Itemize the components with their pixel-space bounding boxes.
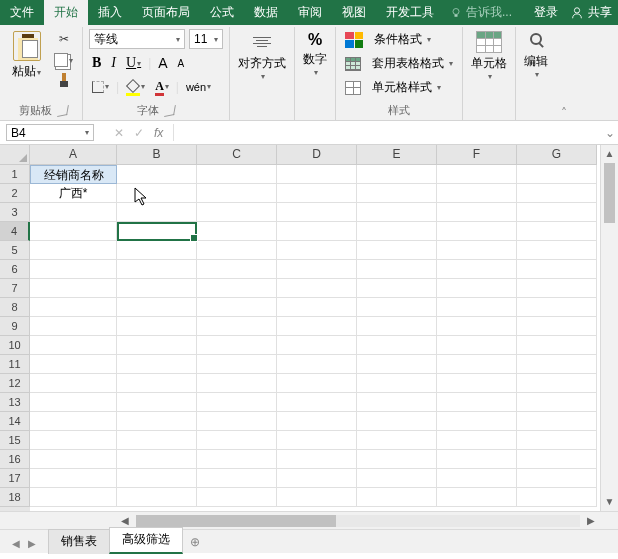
cell-E7[interactable] (357, 279, 437, 298)
cell-A17[interactable] (30, 469, 117, 488)
tab-insert[interactable]: 插入 (88, 0, 132, 25)
cell-B18[interactable] (117, 488, 197, 507)
cell-C12[interactable] (197, 374, 277, 393)
cell-G8[interactable] (517, 298, 597, 317)
cell-D2[interactable] (277, 184, 357, 203)
row-header-16[interactable]: 16 (0, 450, 30, 469)
cell-D4[interactable] (277, 222, 357, 241)
vertical-scrollbar[interactable]: ▲ ▼ (600, 145, 618, 511)
cell-C13[interactable] (197, 393, 277, 412)
cell-G14[interactable] (517, 412, 597, 431)
sheet-tab-sales[interactable]: 销售表 (48, 529, 110, 554)
cell-B5[interactable] (117, 241, 197, 260)
cell-A10[interactable] (30, 336, 117, 355)
cell-D13[interactable] (277, 393, 357, 412)
italic-button[interactable]: I (108, 53, 119, 73)
cell-E17[interactable] (357, 469, 437, 488)
font-size-combo[interactable]: 11▾ (189, 29, 223, 49)
login-link[interactable]: 登录 (534, 4, 558, 21)
cell-B1[interactable] (117, 165, 197, 184)
scroll-right-button[interactable]: ▶ (582, 515, 600, 526)
row-header-11[interactable]: 11 (0, 355, 30, 374)
cell-C6[interactable] (197, 260, 277, 279)
cell-C17[interactable] (197, 469, 277, 488)
cell-D18[interactable] (277, 488, 357, 507)
cell-E13[interactable] (357, 393, 437, 412)
cell-F7[interactable] (437, 279, 517, 298)
cell-F5[interactable] (437, 241, 517, 260)
col-header-G[interactable]: G (517, 145, 597, 165)
cell-D6[interactable] (277, 260, 357, 279)
col-header-A[interactable]: A (30, 145, 117, 165)
tab-developer[interactable]: 开发工具 (376, 0, 444, 25)
cell-E6[interactable] (357, 260, 437, 279)
row-header-6[interactable]: 6 (0, 260, 30, 279)
scroll-up-button[interactable]: ▲ (601, 145, 618, 163)
enter-formula-button[interactable]: ✓ (134, 126, 144, 140)
cancel-formula-button[interactable]: ✕ (114, 126, 124, 140)
cell-E8[interactable] (357, 298, 437, 317)
fill-color-button[interactable]: ▾ (123, 79, 148, 95)
cell-A9[interactable] (30, 317, 117, 336)
cell-F14[interactable] (437, 412, 517, 431)
cell-B13[interactable] (117, 393, 197, 412)
cell-C2[interactable] (197, 184, 277, 203)
share-button[interactable]: 共享 (564, 0, 618, 25)
tab-page-layout[interactable]: 页面布局 (132, 0, 200, 25)
cell-G1[interactable] (517, 165, 597, 184)
cell-G2[interactable] (517, 184, 597, 203)
row-header-9[interactable]: 9 (0, 317, 30, 336)
cell-B6[interactable] (117, 260, 197, 279)
scroll-thumb[interactable] (604, 163, 615, 223)
cell-F11[interactable] (437, 355, 517, 374)
tab-home[interactable]: 开始 (44, 0, 88, 25)
cell-G15[interactable] (517, 431, 597, 450)
tab-view[interactable]: 视图 (332, 0, 376, 25)
cell-E3[interactable] (357, 203, 437, 222)
cell-C15[interactable] (197, 431, 277, 450)
cell-D9[interactable] (277, 317, 357, 336)
cell-F6[interactable] (437, 260, 517, 279)
cell-D16[interactable] (277, 450, 357, 469)
cell-A5[interactable] (30, 241, 117, 260)
cell-F10[interactable] (437, 336, 517, 355)
cell-C4[interactable] (197, 222, 277, 241)
cell-D8[interactable] (277, 298, 357, 317)
col-header-E[interactable]: E (357, 145, 437, 165)
row-header-5[interactable]: 5 (0, 241, 30, 260)
cell-B8[interactable] (117, 298, 197, 317)
cell-A11[interactable] (30, 355, 117, 374)
cell-C11[interactable] (197, 355, 277, 374)
scroll-left-button[interactable]: ◀ (116, 515, 134, 526)
cell-B16[interactable] (117, 450, 197, 469)
row-header-13[interactable]: 13 (0, 393, 30, 412)
cell-D10[interactable] (277, 336, 357, 355)
cell-B4[interactable] (117, 222, 197, 241)
cell-E11[interactable] (357, 355, 437, 374)
cell-F18[interactable] (437, 488, 517, 507)
cell-F2[interactable] (437, 184, 517, 203)
cell-G3[interactable] (517, 203, 597, 222)
cell-E4[interactable] (357, 222, 437, 241)
cell-B12[interactable] (117, 374, 197, 393)
cell-E12[interactable] (357, 374, 437, 393)
row-header-14[interactable]: 14 (0, 412, 30, 431)
format-as-table-button[interactable]: 套用表格格式▾ (342, 53, 456, 74)
cell-styles-button[interactable]: 单元格样式▾ (342, 77, 444, 98)
row-header-4[interactable]: 4 (0, 222, 30, 241)
cell-D3[interactable] (277, 203, 357, 222)
name-box[interactable]: B4▾ (6, 124, 94, 141)
cell-C14[interactable] (197, 412, 277, 431)
cell-C8[interactable] (197, 298, 277, 317)
clipboard-dialog-launcher[interactable] (57, 105, 69, 117)
cell-G11[interactable] (517, 355, 597, 374)
cell-C1[interactable] (197, 165, 277, 184)
cell-F17[interactable] (437, 469, 517, 488)
borders-button[interactable]: ▾ (89, 79, 112, 95)
sheet-tab-advanced-filter[interactable]: 高级筛选 (109, 527, 183, 554)
cell-G17[interactable] (517, 469, 597, 488)
cell-E1[interactable] (357, 165, 437, 184)
cell-G13[interactable] (517, 393, 597, 412)
cell-F3[interactable] (437, 203, 517, 222)
cell-A4[interactable] (30, 222, 117, 241)
